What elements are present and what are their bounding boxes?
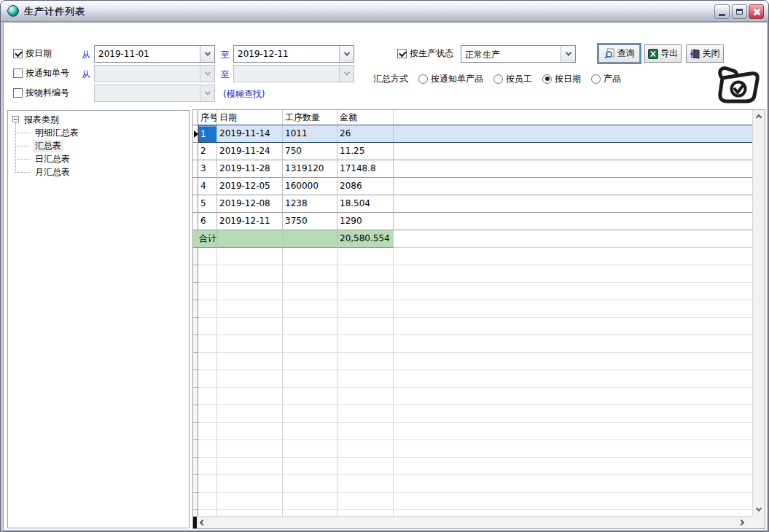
date-from-combo[interactable]: 2019-11-01 [94,45,215,63]
column-header[interactable]: 日期 [217,110,283,125]
material-combo[interactable] [94,85,215,102]
checkbox-unchecked-icon[interactable] [13,69,23,78]
grid-cell [337,353,394,370]
close-form-button[interactable]: 关闭 [686,44,724,63]
radio-by-product[interactable]: 产品 [591,73,621,85]
folder-check-icon[interactable] [716,63,762,107]
grid-cell[interactable]: 1290 [337,213,394,230]
scroll-left-icon[interactable] [200,520,206,525]
grid-cell[interactable]: 2019-12-11 [217,213,283,230]
grid-cell[interactable]: 2019-11-28 [217,160,283,178]
grid-cell[interactable]: 3750 [283,213,337,230]
results-grid: 序号日期工序数量金额 12019-11-1410112622019-11-247… [192,109,765,529]
grid-cell[interactable]: 2019-12-08 [217,195,283,213]
empty-row [193,353,753,370]
grid-cell[interactable]: 2019-11-24 [217,143,283,160]
grid-cell[interactable]: 6 [198,213,217,230]
column-header[interactable]: 金额 [337,110,394,125]
filter-by-status-checkbox[interactable]: 按生产状态 [397,44,453,62]
maximize-button[interactable] [732,4,747,19]
vertical-scrollbar[interactable] [752,110,765,517]
grid-cell [198,265,217,283]
notice-from-dropdown-button[interactable] [200,66,214,82]
radio-unselected-icon[interactable] [591,74,601,84]
notice-to-combo[interactable] [233,65,354,82]
grid-cell[interactable]: 17148.8 [337,160,394,178]
total-row: 合计 20,580.554 [193,230,753,248]
row-filler [394,265,753,283]
date-to-combo[interactable]: 2019-12-11 [233,45,354,63]
close-button[interactable] [749,4,764,19]
checkbox-checked-icon[interactable] [397,49,407,58]
total-row-filler [394,230,753,248]
scroll-down-icon[interactable] [756,505,762,511]
query-button[interactable]: 查询 [598,44,640,63]
grid-cell[interactable]: 160000 [283,178,337,195]
collapse-icon[interactable] [12,116,19,122]
table-row[interactable]: 12019-11-14101126 [193,125,753,143]
filter-by-notice-checkbox[interactable]: 按通知单号 [13,64,69,82]
row-indicator-cell [193,458,198,475]
tree-root-label[interactable]: 报表类别 [24,114,59,126]
grid-cell[interactable]: 750 [283,143,337,160]
checkbox-checked-icon[interactable] [13,49,23,58]
tree-item-daily-summary[interactable]: 日汇总表 [33,153,72,165]
grid-cell[interactable]: 4 [198,178,217,195]
grid-cell[interactable]: 1238 [283,195,337,213]
table-row[interactable]: 42019-12-051600002086 [193,178,753,195]
total-label: 合计 [199,230,216,247]
radio-by-employee[interactable]: 按员工 [493,73,532,85]
tree-item-detail-summary[interactable]: 明细汇总表 [33,127,81,139]
grid-cell[interactable]: 1011 [283,125,337,143]
table-row[interactable]: 32019-11-28131912017148.8 [193,160,753,178]
grid-cell [198,423,217,440]
scroll-right-icon[interactable] [738,520,744,525]
grid-cell[interactable]: 5 [198,195,217,213]
grid-cell[interactable]: 11.25 [337,143,394,160]
column-header[interactable]: 工序数量 [283,110,337,125]
grid-cell[interactable]: 26 [337,125,394,143]
radio-by-notice-product[interactable]: 按通知单产品 [418,73,483,85]
status-dropdown-button[interactable] [561,46,575,62]
checkbox-unchecked-icon[interactable] [13,88,23,98]
grid-cell [217,440,283,458]
status-combo[interactable]: 正常生产 [461,45,576,63]
material-dropdown-button[interactable] [200,85,214,101]
notice-to-dropdown-button[interactable] [339,66,354,82]
table-row[interactable]: 22019-11-2475011.25 [193,143,753,160]
radio-by-date[interactable]: 按日期 [542,73,581,85]
grid-cell[interactable]: 2019-12-05 [217,178,283,195]
date-to-dropdown-button[interactable] [339,46,354,62]
chevron-down-icon [204,69,210,75]
grid-cell[interactable]: 1 [198,125,217,143]
radio-selected-icon[interactable] [542,74,552,84]
grid-cell[interactable]: 18.504 [337,195,394,213]
column-header[interactable]: 序号 [198,110,217,125]
horizontal-scroll-thumb[interactable] [193,517,197,528]
export-button[interactable]: 导出 [644,44,682,63]
table-row[interactable]: 62019-12-1137501290 [193,213,753,230]
total-amount: 20,580.554 [340,230,390,247]
horizontal-scrollbar[interactable] [193,516,752,528]
radio-unselected-icon[interactable] [493,74,503,84]
title-bar[interactable]: 生产计件列表 [1,1,768,22]
notice-from-combo[interactable] [94,65,215,82]
tree-item-monthly-summary[interactable]: 月汇总表 [33,166,72,179]
scroll-up-icon[interactable] [756,114,762,120]
filter-by-date-checkbox[interactable]: 按日期 [13,44,52,62]
grid-cell [283,440,337,458]
grid-cell [337,300,394,318]
minimize-button[interactable] [714,4,730,19]
tree-guide-line [15,123,16,171]
date-from-dropdown-button[interactable] [200,46,214,62]
row-indicator-cell [193,195,198,213]
grid-cell[interactable]: 2 [198,143,217,160]
grid-cell[interactable]: 2086 [337,178,394,195]
tree-item-summary[interactable]: 汇总表 [33,140,63,152]
grid-cell[interactable]: 3 [198,160,217,178]
grid-cell[interactable]: 1319120 [283,160,337,178]
grid-cell[interactable]: 2019-11-14 [217,125,283,143]
radio-unselected-icon[interactable] [418,74,428,84]
table-row[interactable]: 52019-12-08123818.504 [193,195,753,213]
filter-by-material-checkbox[interactable]: 按物料编号 [13,84,69,101]
